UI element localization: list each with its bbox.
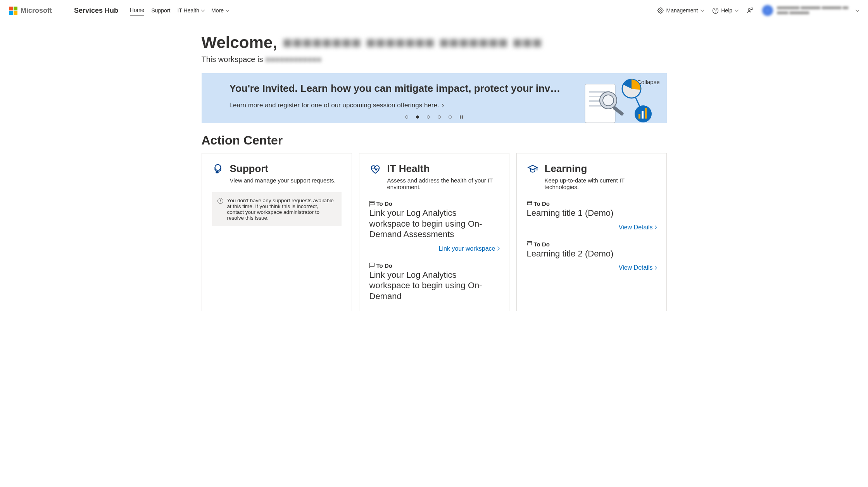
headset-icon	[212, 163, 224, 175]
help-menu[interactable]: Help	[712, 7, 738, 14]
it-health-todo-2: To Do Link your Log Analytics workspace …	[369, 262, 499, 302]
flag-icon	[527, 201, 531, 207]
welcome-heading: Welcome, ■■■■■■■■ ■■■■■■■ ■■■■■■■ ■■■	[202, 30, 667, 53]
welcome-label: Welcome,	[202, 33, 277, 52]
carousel-dot-4[interactable]	[438, 115, 441, 119]
learning-card-title: Learning	[545, 163, 656, 175]
nav-home[interactable]: Home	[130, 5, 144, 16]
learning-card-sub: Keep up-to-date with current IT technolo…	[545, 177, 656, 190]
svg-point-2	[715, 12, 716, 12]
it-health-card-sub: Assess and address the health of your IT…	[387, 177, 499, 190]
carousel-pause-icon[interactable]: ▮▮	[459, 114, 463, 119]
info-icon: i	[217, 198, 223, 204]
user-menu[interactable]: ■■■■■■■■ ■■■■■■■ ■■■■■■■ ■■ ■■■■ ■■■■■■■	[762, 5, 848, 16]
svg-rect-15	[638, 114, 640, 119]
header-divider	[63, 6, 63, 15]
product-name[interactable]: Services Hub	[74, 7, 118, 15]
action-center-title: Action Center	[202, 133, 667, 148]
learning-todo-2: To Do Learning title 2 (Demo) View Detai…	[527, 241, 656, 272]
avatar	[762, 5, 773, 16]
carousel-dot-5[interactable]	[449, 115, 452, 119]
banner-illustration-icon	[581, 77, 653, 123]
it-health-todo-1: To Do Link your Log Analytics workspace …	[369, 200, 499, 252]
support-card: Support View and manage your support req…	[202, 153, 352, 311]
feedback-button[interactable]	[747, 7, 754, 14]
support-card-title: Support	[230, 163, 336, 175]
todo-title: Learning title 1 (Demo)	[527, 208, 656, 219]
learning-todo-1: To Do Learning title 1 (Demo) View Detai…	[527, 200, 656, 231]
brand-text: Microsoft	[21, 7, 52, 15]
todo-label: To Do	[369, 200, 499, 207]
todo-label: To Do	[369, 262, 499, 269]
learning-card: Learning Keep up-to-date with current IT…	[516, 153, 667, 311]
todo-title: Link your Log Analytics workspace to beg…	[369, 208, 499, 240]
gear-icon	[657, 7, 664, 14]
nav-it-health[interactable]: IT Health	[177, 5, 204, 16]
workspace-line: This workspace is ■■■■■■■■■■■■	[202, 55, 667, 64]
welcome-user-name: ■■■■■■■■ ■■■■■■■ ■■■■■■■ ■■■	[283, 33, 542, 52]
support-card-sub: View and manage your support requests.	[230, 177, 336, 184]
user-menu-chevron-icon[interactable]	[855, 7, 859, 14]
it-health-card-title: IT Health	[387, 163, 499, 175]
carousel-dot-2[interactable]	[416, 115, 419, 119]
svg-rect-19	[216, 172, 218, 173]
carousel-dots: ▮▮	[405, 114, 463, 119]
support-info-text: You don't have any support requests avai…	[227, 198, 336, 221]
action-center-cards: Support View and manage your support req…	[202, 153, 667, 311]
svg-point-1	[713, 8, 718, 13]
svg-rect-16	[642, 111, 644, 119]
nav-support[interactable]: Support	[151, 5, 170, 16]
banner-title: You're Invited. Learn how you can mitiga…	[230, 83, 639, 95]
workspace-name: ■■■■■■■■■■■■	[265, 55, 321, 64]
microsoft-logo[interactable]: Microsoft	[9, 7, 52, 15]
graduation-cap-icon	[527, 163, 538, 175]
carousel-dot-1[interactable]	[405, 115, 408, 119]
todo-label: To Do	[527, 241, 656, 248]
svg-point-10	[603, 95, 614, 106]
user-info: ■■■■■■■■ ■■■■■■■ ■■■■■■■ ■■ ■■■■ ■■■■■■■	[777, 5, 848, 15]
it-health-card: IT Health Assess and address the health …	[359, 153, 509, 311]
svg-point-3	[748, 9, 750, 10]
todo-label: To Do	[527, 200, 656, 207]
flag-icon	[369, 201, 374, 207]
workspace-prefix: This workspace is	[202, 55, 263, 64]
primary-nav: Home Support IT Health More	[130, 5, 229, 16]
nav-more[interactable]: More	[211, 5, 229, 16]
heart-pulse-icon	[369, 163, 381, 175]
svg-point-0	[659, 10, 661, 12]
support-info-box: i You don't have any support requests av…	[212, 192, 342, 226]
announcement-banner: Collapse You're Invited. Learn how you c…	[202, 73, 667, 123]
svg-point-18	[215, 165, 221, 170]
todo-title: Learning title 2 (Demo)	[527, 248, 656, 259]
banner-link[interactable]: Learn more and register for one of our u…	[230, 102, 639, 109]
global-header: Microsoft Services Hub Home Support IT H…	[0, 0, 868, 21]
todo-title: Link your Log Analytics workspace to beg…	[369, 270, 499, 302]
microsoft-logo-icon	[9, 7, 17, 15]
link-workspace-action[interactable]: Link your workspace	[369, 245, 499, 252]
view-details-action-2[interactable]: View Details	[527, 264, 656, 271]
main-content: Welcome, ■■■■■■■■ ■■■■■■■ ■■■■■■■ ■■■ Th…	[202, 21, 667, 311]
flag-icon	[369, 263, 374, 268]
person-feedback-icon	[747, 7, 754, 14]
carousel-dot-3[interactable]	[427, 115, 430, 119]
flag-icon	[527, 241, 531, 247]
svg-rect-17	[645, 108, 647, 119]
help-icon	[712, 7, 719, 14]
view-details-action-1[interactable]: View Details	[527, 224, 656, 231]
header-right: Management Help ■■■■■■■■ ■■■■■■■ ■■■■■■■…	[657, 5, 859, 16]
management-menu[interactable]: Management	[657, 7, 704, 14]
